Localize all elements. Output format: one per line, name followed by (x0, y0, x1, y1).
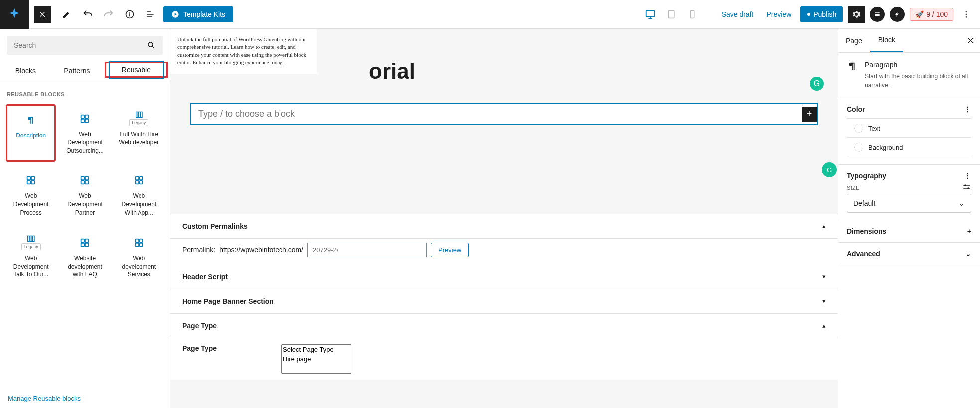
page-type-panel[interactable]: Page Type ▴ (170, 314, 838, 338)
score-value: 9 / 100 (926, 10, 948, 18)
svg-point-40 (967, 187, 969, 189)
more-options-icon[interactable]: ⋮ (964, 172, 971, 180)
reusable-section-label: REUSABLE BLOCKS (0, 82, 170, 100)
svg-rect-30 (33, 236, 35, 241)
svg-rect-32 (85, 239, 88, 242)
svg-rect-35 (135, 239, 138, 242)
block-website-dev-faq[interactable]: Website development with FAQ (60, 228, 110, 286)
grammarly-icon[interactable]: G (810, 77, 824, 91)
size-select[interactable]: Default ⌄ (847, 194, 971, 213)
page-title-fragment[interactable]: orial (369, 59, 415, 84)
block-desc-text: Start with the basic building block of a… (865, 72, 971, 90)
header-script-panel[interactable]: Header Script ▾ (170, 265, 838, 289)
page-type-label: Page Type (182, 344, 217, 352)
empty-block[interactable]: + (190, 103, 818, 125)
size-settings-icon[interactable] (962, 183, 971, 190)
template-kits-button[interactable]: Template Kits (163, 6, 233, 22)
close-inserter-button[interactable] (34, 6, 51, 23)
svg-rect-26 (135, 181, 138, 184)
svg-rect-33 (81, 243, 84, 246)
search-icon (147, 41, 156, 50)
svg-rect-23 (85, 181, 88, 184)
publish-button[interactable]: Publish (800, 6, 843, 22)
sidebar-tabs: Page Block ✕ (838, 29, 980, 53)
page-type-select[interactable]: Select Page Type Hire page (281, 344, 351, 374)
more-options-icon[interactable]: ⋮ (964, 105, 971, 113)
manage-reusable-link[interactable]: Manage Reusable blocks (0, 389, 170, 408)
save-draft-link[interactable]: Save draft (718, 6, 758, 22)
more-options-icon[interactable] (958, 6, 974, 22)
block-input[interactable] (191, 104, 802, 124)
search-box[interactable] (7, 36, 163, 55)
chevron-down-icon: ⌄ (965, 250, 971, 258)
advanced-panel[interactable]: Advanced ⌄ (838, 243, 980, 265)
paragraph-icon (26, 113, 36, 128)
block-full-width-hire[interactable]: Legacy Full Width Hire Web developer (114, 104, 164, 162)
permalink-preview-button[interactable]: Preview (431, 243, 469, 257)
preview-link[interactable]: Preview (762, 6, 795, 22)
seo-score-badge[interactable]: 🚀 9 / 100 (910, 8, 953, 21)
group-icon (134, 235, 144, 250)
permalink-row: Permalink: https://wpwebinfotech.com/ Pr… (170, 239, 838, 265)
svg-rect-14 (138, 112, 140, 117)
redo-icon[interactable] (101, 6, 117, 22)
svg-rect-16 (27, 177, 30, 180)
svg-rect-20 (81, 177, 84, 180)
collapse-up-icon: ▴ (822, 322, 826, 329)
undo-icon[interactable] (80, 6, 96, 22)
svg-rect-18 (27, 181, 30, 184)
permalink-input[interactable] (307, 243, 427, 257)
add-block-button[interactable]: + (802, 107, 817, 122)
template-kits-label: Template Kits (183, 10, 225, 18)
block-web-dev-partner[interactable]: Web Development Partner (60, 166, 110, 224)
columns-icon: Legacy (21, 235, 41, 250)
settings-icon[interactable] (848, 6, 865, 23)
edit-icon[interactable] (59, 6, 75, 22)
svg-point-8 (148, 42, 153, 47)
text-color-swatch (854, 124, 863, 133)
block-description[interactable]: Description (6, 104, 56, 162)
home-banner-panel[interactable]: Home Page Banner Section ▾ (170, 289, 838, 314)
svg-rect-34 (85, 243, 88, 246)
svg-rect-21 (85, 177, 88, 180)
mobile-view-icon[interactable] (684, 6, 700, 22)
block-web-dev-outsourcing[interactable]: Web Development Outsourcing... (60, 104, 110, 162)
wp-logo[interactable] (0, 0, 29, 29)
expand-down-icon: ▾ (822, 297, 826, 305)
svg-rect-31 (81, 239, 84, 242)
plus-icon[interactable]: + (967, 227, 971, 235)
block-web-dev-services[interactable]: Web development Services (114, 228, 164, 286)
block-preview-tooltip: Unlock the full potential of WordPress G… (170, 29, 317, 74)
search-input[interactable] (14, 41, 147, 49)
dimensions-panel[interactable]: Dimensions + (838, 220, 980, 243)
color-bg-row[interactable]: Background (847, 137, 971, 157)
list-view-icon[interactable] (142, 6, 158, 22)
inserter-panel: Blocks Patterns Reusable REUSABLE BLOCKS… (0, 29, 170, 408)
svg-rect-13 (136, 112, 138, 117)
tab-patterns[interactable]: Patterns (51, 60, 103, 82)
tablet-view-icon[interactable] (663, 6, 679, 22)
info-icon[interactable] (122, 6, 138, 22)
size-label: SIZE (847, 185, 860, 191)
svg-rect-19 (31, 181, 34, 184)
tab-reusable[interactable]: Reusable (103, 60, 170, 82)
tab-page[interactable]: Page (838, 30, 870, 52)
block-web-dev-process[interactable]: Web Development Process (6, 166, 56, 224)
inserter-tabs: Blocks Patterns Reusable (0, 60, 170, 82)
custom-permalinks-panel[interactable]: Custom Permalinks ▴ (170, 214, 838, 239)
plugin-icon-2[interactable] (890, 7, 905, 22)
editor-canvas: Unlock the full potential of WordPress G… (170, 29, 838, 408)
block-web-dev-talk[interactable]: Legacy Web Development Talk To Our... (6, 228, 56, 286)
chevron-down-icon: ⌄ (959, 199, 965, 207)
svg-point-39 (964, 184, 966, 186)
tab-blocks[interactable]: Blocks (0, 60, 51, 82)
block-web-dev-app[interactable]: Web Development With App... (114, 166, 164, 224)
plugin-icon-1[interactable] (870, 7, 885, 22)
color-text-row[interactable]: Text (847, 118, 971, 137)
close-sidebar-icon[interactable]: ✕ (961, 29, 980, 52)
bg-color-swatch (854, 143, 863, 152)
grammarly-icon-2[interactable]: G (822, 162, 837, 177)
tab-block[interactable]: Block (870, 29, 903, 52)
desktop-view-icon[interactable] (642, 6, 658, 22)
block-name: Paragraph (865, 61, 971, 69)
